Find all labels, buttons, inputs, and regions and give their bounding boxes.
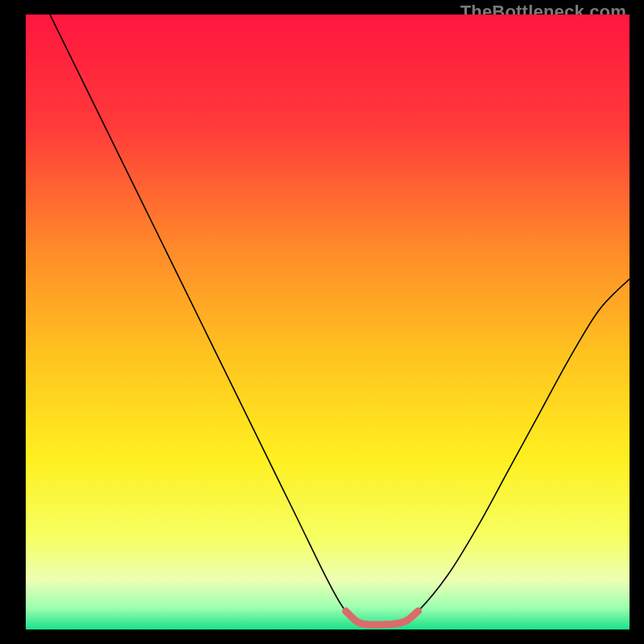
bottleneck-chart (26, 14, 630, 630)
chart-background (26, 14, 630, 630)
chart-container: TheBottleneck.com (0, 0, 644, 644)
